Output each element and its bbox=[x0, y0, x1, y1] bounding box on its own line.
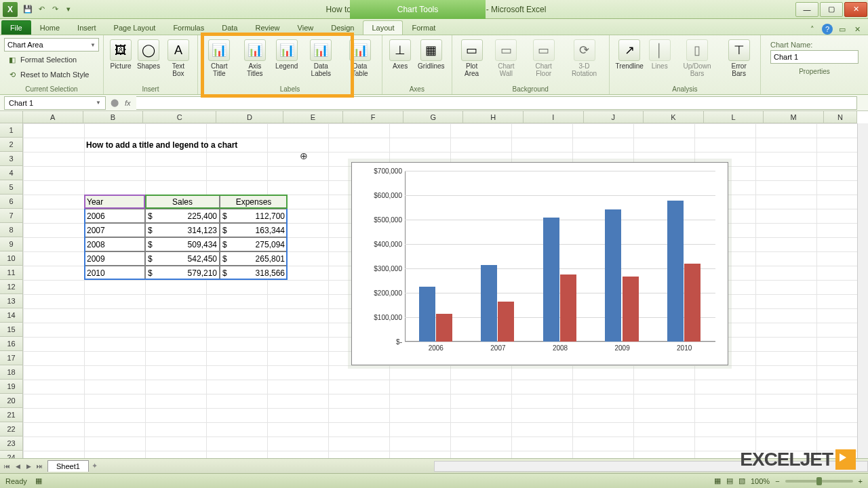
zoom-in-icon[interactable]: + bbox=[859, 477, 863, 485]
maximize-button[interactable]: ▢ bbox=[820, 2, 843, 17]
col-header-C[interactable]: C bbox=[143, 111, 216, 123]
row-header-24[interactable]: 24 bbox=[0, 451, 23, 458]
view-break-icon[interactable]: ▧ bbox=[738, 476, 745, 485]
tab-nav-prev[interactable]: ◀ bbox=[12, 461, 23, 472]
col-header-N[interactable]: N bbox=[824, 111, 857, 123]
view-layout-icon[interactable]: ▤ bbox=[726, 476, 733, 485]
row-header-8[interactable]: 8 bbox=[0, 223, 23, 237]
updown-button[interactable]: ▯Up/Down Bars bbox=[674, 38, 721, 79]
cell[interactable]: $163,344 bbox=[220, 223, 288, 237]
chart-bar[interactable] bbox=[498, 302, 514, 342]
chart-bar[interactable] bbox=[684, 264, 701, 342]
cell[interactable]: $318,566 bbox=[220, 266, 288, 280]
col-header-I[interactable]: I bbox=[524, 111, 584, 123]
chart-title-button[interactable]: 📊Chart Title bbox=[202, 38, 237, 79]
col-header-F[interactable]: F bbox=[343, 111, 403, 123]
row-header-2[interactable]: 2 bbox=[0, 138, 23, 152]
tab-data[interactable]: Data bbox=[213, 20, 246, 35]
close-button[interactable]: ✕ bbox=[844, 2, 867, 17]
window-restore-icon[interactable]: ▭ bbox=[837, 24, 848, 35]
col-header-B[interactable]: B bbox=[83, 111, 144, 123]
textbox-button[interactable]: AText Box bbox=[163, 38, 193, 79]
minimize-ribbon-icon[interactable]: ˄ bbox=[807, 24, 818, 35]
col-header-K[interactable]: K bbox=[644, 111, 704, 123]
chart-bar[interactable] bbox=[667, 201, 684, 342]
format-selection-button[interactable]: ◧Format Selection bbox=[4, 53, 99, 66]
axis-titles-button[interactable]: 📊Axis Titles bbox=[238, 38, 272, 79]
row-header-3[interactable]: 3 bbox=[0, 152, 23, 166]
gridlines-button[interactable]: ▦Gridlines bbox=[415, 38, 447, 71]
cell[interactable]: $314,123 bbox=[145, 223, 220, 237]
cell[interactable]: $112,700 bbox=[220, 209, 288, 223]
zoom-level[interactable]: 100% bbox=[751, 477, 770, 485]
tab-layout[interactable]: Layout bbox=[363, 20, 403, 35]
axes-button[interactable]: ⊥Axes bbox=[387, 38, 414, 71]
row-header-15[interactable]: 15 bbox=[0, 323, 23, 337]
chart-name-input[interactable] bbox=[770, 50, 859, 64]
col-header-D[interactable]: D bbox=[216, 111, 283, 123]
tab-format[interactable]: Format bbox=[403, 20, 444, 35]
row-header-12[interactable]: 12 bbox=[0, 280, 23, 294]
row-header-18[interactable]: 18 bbox=[0, 365, 23, 380]
tab-file[interactable]: File bbox=[1, 20, 31, 35]
embedded-chart[interactable]: $-$100,000$200,000$300,000$400,000$500,0… bbox=[351, 162, 728, 365]
vertical-scrollbar[interactable] bbox=[857, 123, 868, 458]
view-normal-icon[interactable]: ▦ bbox=[714, 476, 721, 485]
cell[interactable]: How to add a title and legend to a chart bbox=[84, 138, 355, 152]
cell[interactable]: $579,210 bbox=[145, 266, 220, 280]
qat-dropdown-icon[interactable]: ▾ bbox=[62, 3, 75, 16]
chart-wall-button[interactable]: ▭Chart Wall bbox=[489, 38, 524, 79]
col-header-A[interactable]: A bbox=[23, 111, 83, 123]
tab-nav-next[interactable]: ▶ bbox=[23, 461, 34, 472]
cell[interactable]: $265,801 bbox=[220, 251, 288, 266]
cell[interactable]: $542,450 bbox=[145, 251, 220, 266]
col-header-M[interactable]: M bbox=[764, 111, 824, 123]
cell[interactable]: 2008 bbox=[84, 237, 145, 251]
shapes-button[interactable]: ◯Shapes bbox=[135, 38, 162, 71]
picture-button[interactable]: 🖼Picture bbox=[108, 38, 134, 71]
row-header-20[interactable]: 20 bbox=[0, 394, 23, 408]
data-table-button[interactable]: 📊Data Table bbox=[342, 38, 378, 79]
cell[interactable]: $509,434 bbox=[145, 237, 220, 251]
col-header-H[interactable]: H bbox=[463, 111, 524, 123]
cell[interactable]: Year bbox=[84, 195, 145, 209]
worksheet-area[interactable]: ABCDEFGHIJKLMN 1234567891011121314151617… bbox=[0, 111, 868, 458]
chart-bar[interactable] bbox=[419, 287, 435, 342]
cell[interactable]: 2007 bbox=[84, 223, 145, 237]
col-header-L[interactable]: L bbox=[704, 111, 764, 123]
cell[interactable]: 2009 bbox=[84, 251, 145, 266]
cell[interactable]: Sales bbox=[145, 195, 220, 209]
cell[interactable]: Expenses bbox=[220, 195, 288, 209]
cell[interactable]: 2010 bbox=[84, 266, 145, 280]
col-header-E[interactable]: E bbox=[283, 111, 344, 123]
window-close-icon[interactable]: ✕ bbox=[852, 24, 863, 35]
undo-icon[interactable]: ↶ bbox=[35, 3, 47, 16]
fx-icon[interactable]: fx bbox=[125, 99, 131, 107]
tab-formulas[interactable]: Formulas bbox=[164, 20, 213, 35]
legend-button[interactable]: 📊Legend bbox=[273, 38, 300, 71]
plot-area-button[interactable]: ▭Plot Area bbox=[456, 38, 488, 79]
row-header-9[interactable]: 9 bbox=[0, 237, 23, 251]
cell[interactable]: $225,400 bbox=[145, 209, 220, 223]
row-header-19[interactable]: 19 bbox=[0, 380, 23, 394]
formula-input[interactable] bbox=[136, 96, 857, 110]
chart-bar[interactable] bbox=[560, 274, 576, 342]
row-header-5[interactable]: 5 bbox=[0, 180, 23, 195]
new-sheet-icon[interactable]: ✦ bbox=[92, 462, 98, 470]
minimize-button[interactable]: — bbox=[795, 2, 818, 17]
lines-button[interactable]: │Lines bbox=[647, 38, 673, 71]
chart-bar[interactable] bbox=[481, 265, 497, 342]
rotation-button[interactable]: ⟳3-D Rotation bbox=[564, 38, 605, 79]
row-header-16[interactable]: 16 bbox=[0, 337, 23, 351]
row-header-17[interactable]: 17 bbox=[0, 351, 23, 365]
row-header-10[interactable]: 10 bbox=[0, 251, 23, 266]
chart-bar[interactable] bbox=[605, 209, 621, 342]
select-all-corner[interactable] bbox=[0, 111, 23, 123]
tab-nav-last[interactable]: ⏭ bbox=[34, 461, 45, 472]
row-header-22[interactable]: 22 bbox=[0, 422, 23, 436]
row-header-14[interactable]: 14 bbox=[0, 308, 23, 323]
chart-floor-button[interactable]: ▭Chart Floor bbox=[525, 38, 562, 79]
chart-bar[interactable] bbox=[543, 218, 559, 342]
chart-element-dropdown[interactable]: Chart Area▼ bbox=[4, 38, 99, 52]
help-icon[interactable]: ? bbox=[822, 24, 833, 35]
